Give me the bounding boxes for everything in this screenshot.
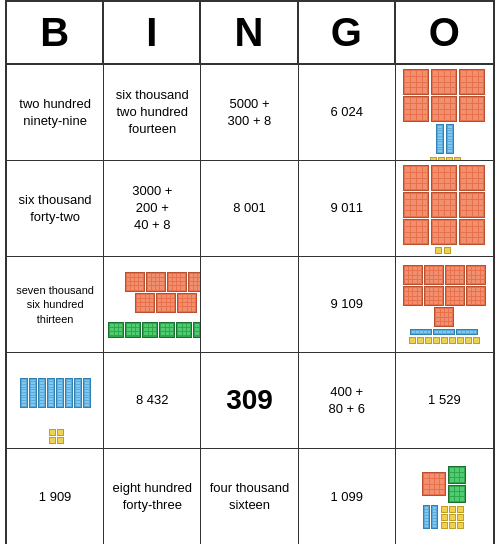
cell-r1c2-text: six thousand two hundred fourteen (108, 87, 196, 138)
cell-r4c5: 1 529 (396, 353, 493, 449)
cell-r2c2-text: 3000 +200 +40 + 8 (132, 183, 172, 234)
cell-r3c1-text: seven thousand six hundred thirteen (11, 283, 99, 326)
cell-r5c3: four thousand sixteen (201, 449, 298, 544)
header-o: O (396, 2, 493, 63)
cell-r5c2-text: eight hundred forty-three (108, 480, 196, 514)
cell-r3c3 (201, 257, 298, 353)
blocks-7613 (108, 261, 196, 348)
cell-r4c4-text: 400 +80 + 6 (328, 384, 365, 418)
header-g: G (299, 2, 396, 63)
cell-r5c2: eight hundred forty-three (104, 449, 201, 544)
cell-r2c4: 9 011 (299, 161, 396, 257)
cell-r1c1-text: two hundred ninety-nine (11, 96, 99, 130)
cell-r3c4: 9 109 (299, 257, 396, 353)
cell-r5c4-text: 1 099 (330, 489, 363, 506)
cell-r1c1: two hundred ninety-nine (7, 65, 104, 161)
cell-r4c5-text: 1 529 (428, 392, 461, 409)
cell-r2c1-text: six thousand forty-two (11, 192, 99, 226)
bingo-card: B I N G O two hundred ninety-nine six th… (5, 0, 495, 544)
cell-r5c1-text: 1 909 (39, 489, 72, 506)
cell-r4c3: 309 (201, 353, 298, 449)
cell-r1c4: 6 024 (299, 65, 396, 161)
header-n: N (201, 2, 298, 63)
blocks-9109 (400, 261, 489, 348)
cell-r3c5 (396, 257, 493, 353)
cell-r2c3: 8 001 (201, 161, 298, 257)
blocks-1099 (400, 453, 489, 541)
cell-r5c5 (396, 449, 493, 544)
cell-r5c4: 1 099 (299, 449, 396, 544)
cell-r2c4-text: 9 011 (330, 200, 363, 217)
header-b: B (7, 2, 104, 63)
bingo-grid: two hundred ninety-nine six thousand two… (7, 65, 493, 544)
cell-r1c4-text: 6 024 (330, 104, 363, 121)
cell-r3c4-text: 9 109 (330, 296, 363, 313)
blocks-6024 (400, 69, 489, 156)
cell-r4c3-text: 309 (226, 382, 273, 418)
cell-r4c1 (7, 353, 104, 449)
cell-r2c5 (396, 161, 493, 257)
blocks-rods (11, 357, 99, 444)
cell-r4c2: 8 432 (104, 353, 201, 449)
cell-r5c1: 1 909 (7, 449, 104, 544)
bingo-header: B I N G O (7, 2, 493, 65)
cell-r3c1: seven thousand six hundred thirteen (7, 257, 104, 353)
cell-r1c5 (396, 65, 493, 161)
cell-r1c2: six thousand two hundred fourteen (104, 65, 201, 161)
blocks-9011 (400, 165, 489, 252)
cell-r4c4: 400 +80 + 6 (299, 353, 396, 449)
cell-r2c2: 3000 +200 +40 + 8 (104, 161, 201, 257)
cell-r4c2-text: 8 432 (136, 392, 169, 409)
cell-r5c3-text: four thousand sixteen (205, 480, 293, 514)
cell-r1c3-text: 5000 +300 + 8 (228, 96, 272, 130)
cell-r1c3: 5000 +300 + 8 (201, 65, 298, 161)
cell-r2c3-text: 8 001 (233, 200, 266, 217)
header-i: I (104, 2, 201, 63)
cell-r3c2 (104, 257, 201, 353)
cell-r2c1: six thousand forty-two (7, 161, 104, 257)
